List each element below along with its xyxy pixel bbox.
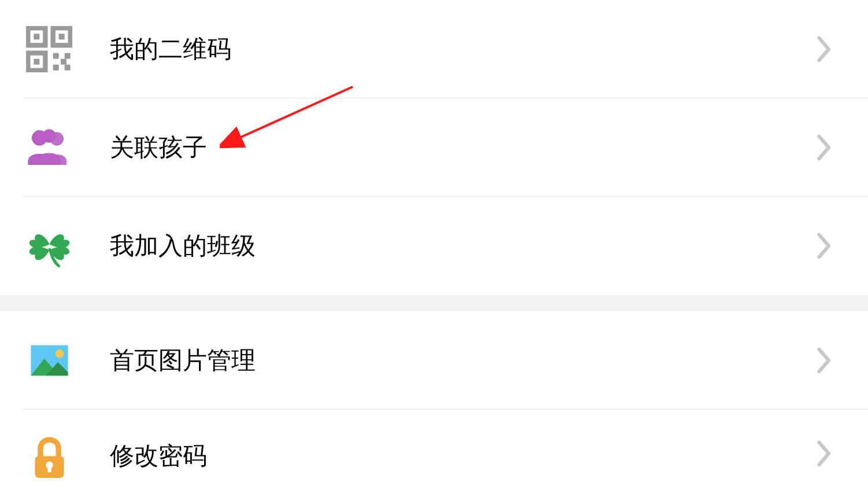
menu-item-label: 修改密码 [110,440,816,472]
svg-rect-9 [61,59,67,65]
svg-rect-8 [53,65,59,71]
svg-rect-10 [65,65,71,71]
picture-icon [23,334,75,386]
svg-rect-6 [53,53,59,59]
menu-item-label: 我加入的班级 [110,230,816,262]
lock-icon [23,432,75,479]
chevron-right-icon [816,347,833,374]
chevron-right-icon [816,232,833,260]
svg-rect-21 [47,465,51,473]
clover-icon [23,220,75,272]
svg-rect-3 [59,34,65,39]
svg-rect-1 [34,34,39,39]
svg-point-13 [42,129,56,142]
menu-item-change-password[interactable]: 修改密码 [0,410,868,479]
menu-item-label: 首页图片管理 [110,344,816,377]
chevron-right-icon [816,440,833,467]
chevron-right-icon [816,35,833,63]
svg-rect-5 [34,59,39,65]
menu-item-label: 关联孩子 [110,131,816,164]
menu-item-homepage-images[interactable]: 首页图片管理 [0,311,868,410]
qrcode-icon [23,23,75,75]
menu-item-label: 我的二维码 [110,33,816,65]
menu-item-children[interactable]: 关联孩子 [0,98,868,197]
svg-rect-7 [65,53,71,59]
svg-point-16 [55,349,64,358]
settings-list: 我的二维码 关联孩子 [0,0,868,479]
chevron-right-icon [816,134,833,161]
menu-item-classes[interactable]: 我加入的班级 [0,197,868,295]
section-separator [0,295,868,311]
menu-item-qrcode[interactable]: 我的二维码 [0,0,868,98]
people-icon [23,121,75,174]
